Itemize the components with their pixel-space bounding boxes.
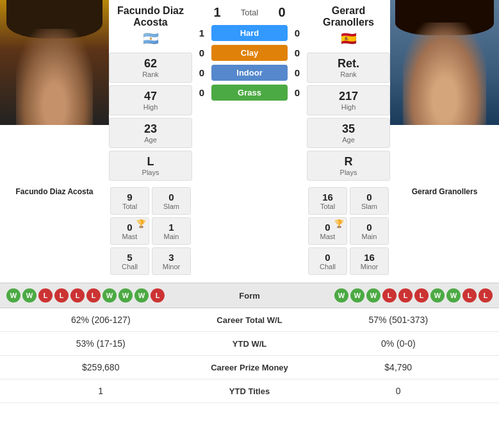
p2-main-lbl: Main xyxy=(353,233,386,240)
versus-total-right: 0 xyxy=(274,5,290,20)
app-container: Facundo Diaz Acosta 🇦🇷 62 Rank 47 High 2… xyxy=(0,0,499,448)
form-badge-p2: L xyxy=(462,288,477,303)
form-badge-p2: W xyxy=(334,288,348,303)
p2-minor-box: 16 Minor xyxy=(350,247,389,275)
player1-rank-box: 62 Rank xyxy=(109,53,192,83)
versus-spacer xyxy=(192,186,307,278)
player2-career-wl: 57% (501-373) xyxy=(307,315,490,325)
player1-age-box: 23 Age xyxy=(109,118,192,148)
versus-total-row: 1 Total 0 xyxy=(209,5,290,20)
versus-indoor-row: 0 Indoor 0 xyxy=(192,65,307,81)
versus-clay-row: 0 Clay 0 xyxy=(192,45,307,61)
versus-grass-right: 0 xyxy=(288,87,307,98)
versus-total-lbl: Total xyxy=(231,8,269,17)
form-badge-p1: W xyxy=(135,288,149,303)
player1-rank-val: 62 xyxy=(112,57,189,71)
form-label: Form xyxy=(211,291,288,301)
form-badge-p2: L xyxy=(398,288,413,303)
p1-main-val: 1 xyxy=(155,222,188,233)
player2-name-bottom: Gerard Granollers xyxy=(390,186,499,197)
versus-indoor-btn: Indoor xyxy=(211,65,288,81)
player2-info-col: Gerard Granollers 🇪🇸 Ret. Rank 217 High … xyxy=(307,0,390,183)
player1-photo xyxy=(0,0,109,125)
versus-indoor-right: 0 xyxy=(288,67,307,78)
player-bottom-stats: Facundo Diaz Acosta 9 Total 0 Slam 0 Mas… xyxy=(0,183,499,283)
p1-chall-val: 5 xyxy=(113,252,146,263)
p1-total-val: 9 xyxy=(113,192,146,203)
form-badge-p2: W xyxy=(366,288,380,303)
player1-bottom-stats-col: 9 Total 0 Slam 0 Mast 🏆 1 Main 5 xyxy=(109,186,192,278)
player2-rank-box: Ret. Rank xyxy=(307,53,390,83)
p2-main-val: 0 xyxy=(353,222,386,233)
player2-flag: 🇪🇸 xyxy=(307,31,390,46)
versus-clay-btn: Clay xyxy=(211,45,288,61)
p1-minor-val: 3 xyxy=(155,252,188,263)
form-badge-p2: L xyxy=(414,288,429,303)
versus-indoor-left: 0 xyxy=(192,67,211,78)
form-badge-p1: W xyxy=(6,288,20,303)
p1-slam-box: 0 Slam xyxy=(152,187,191,215)
player2-photo xyxy=(390,0,499,125)
form-badge-p2: L xyxy=(382,288,397,303)
form-badge-p1: L xyxy=(86,288,101,303)
versus-grass-btn: Grass xyxy=(211,85,288,101)
versus-col: 1 Total 0 1 Hard 0 0 Clay 0 0 Indoor 0 xyxy=(192,0,307,183)
form-badge-p1: W xyxy=(102,288,117,303)
player2-rank-val: Ret. xyxy=(310,57,387,71)
form-badge-p1: L xyxy=(54,288,69,303)
form-section: WWLLLLWWWL Form WWWLLLWWLL xyxy=(0,283,499,308)
versus-grass-row: 0 Grass 0 xyxy=(192,85,307,101)
player1-plays-box: L Plays xyxy=(109,151,192,181)
p2-minor-val: 16 xyxy=(353,252,386,263)
p1-chall-lbl: Chall xyxy=(113,263,146,270)
p1-trophy-icon: 🏆 xyxy=(136,219,146,228)
prize-lbl: Career Prize Money xyxy=(192,363,307,372)
stats-section: 62% (206-127) Career Total W/L 57% (501-… xyxy=(0,308,499,403)
player1-age-lbl: Age xyxy=(112,136,189,144)
player2-form-badges: WWWLLLWWLL xyxy=(288,288,493,303)
p1-slam-lbl: Slam xyxy=(155,203,188,210)
p1-total-box: 9 Total xyxy=(110,187,149,215)
p2-total-val: 16 xyxy=(311,192,344,203)
career-wl-row: 62% (206-127) Career Total W/L 57% (501-… xyxy=(0,308,499,332)
versus-total-left: 1 xyxy=(209,5,225,20)
p1-main-lbl: Main xyxy=(155,233,188,240)
ytd-wl-lbl: YTD W/L xyxy=(192,339,307,349)
player1-plays-val: L xyxy=(112,155,189,169)
p2-total-lbl: Total xyxy=(311,203,344,210)
p1-mast-box: 0 Mast 🏆 xyxy=(110,217,149,245)
ytd-titles-row: 1 YTD Titles 0 xyxy=(0,379,499,403)
p2-main-box: 0 Main xyxy=(350,217,389,245)
p2-chall-box: 0 Chall xyxy=(308,247,347,275)
player1-high-box: 47 High xyxy=(109,85,192,115)
ytd-titles-lbl: YTD Titles xyxy=(192,386,307,396)
player2-skin xyxy=(403,22,486,125)
player1-high-lbl: High xyxy=(112,103,189,111)
p2-mast-box: 0 Mast 🏆 xyxy=(308,217,347,245)
p2-chall-lbl: Chall xyxy=(311,263,344,270)
p1-main-box: 1 Main xyxy=(152,217,191,245)
player1-prize: $259,680 xyxy=(10,362,192,372)
player2-age-box: 35 Age xyxy=(307,118,390,148)
p2-slam-lbl: Slam xyxy=(353,203,386,210)
player1-plays-lbl: Plays xyxy=(112,169,189,176)
career-wl-lbl: Career Total W/L xyxy=(192,315,307,325)
p1-slam-val: 0 xyxy=(155,192,188,203)
versus-grass-left: 0 xyxy=(192,87,211,98)
player1-career-wl: 62% (206-127) xyxy=(10,315,192,325)
p1-chall-box: 5 Chall xyxy=(110,247,149,275)
p2-mast-lbl: Mast xyxy=(311,233,344,240)
p2-slam-box: 0 Slam xyxy=(350,187,389,215)
player1-high-val: 47 xyxy=(112,90,189,103)
player1-skin xyxy=(16,29,93,125)
player2-age-lbl: Age xyxy=(310,136,387,144)
player2-photo-col xyxy=(390,0,499,183)
ytd-wl-row: 53% (17-15) YTD W/L 0% (0-0) xyxy=(0,332,499,356)
player2-plays-val: R xyxy=(310,155,387,169)
player1-info-col: Facundo Diaz Acosta 🇦🇷 62 Rank 47 High 2… xyxy=(109,0,192,183)
player2-high-val: 217 xyxy=(310,90,387,103)
p2-chall-val: 0 xyxy=(311,252,344,263)
prize-row: $259,680 Career Prize Money $4,790 xyxy=(0,356,499,379)
player2-name-bottom-area: Gerard Granollers xyxy=(390,186,499,278)
versus-hard-row: 1 Hard 0 xyxy=(192,25,307,41)
